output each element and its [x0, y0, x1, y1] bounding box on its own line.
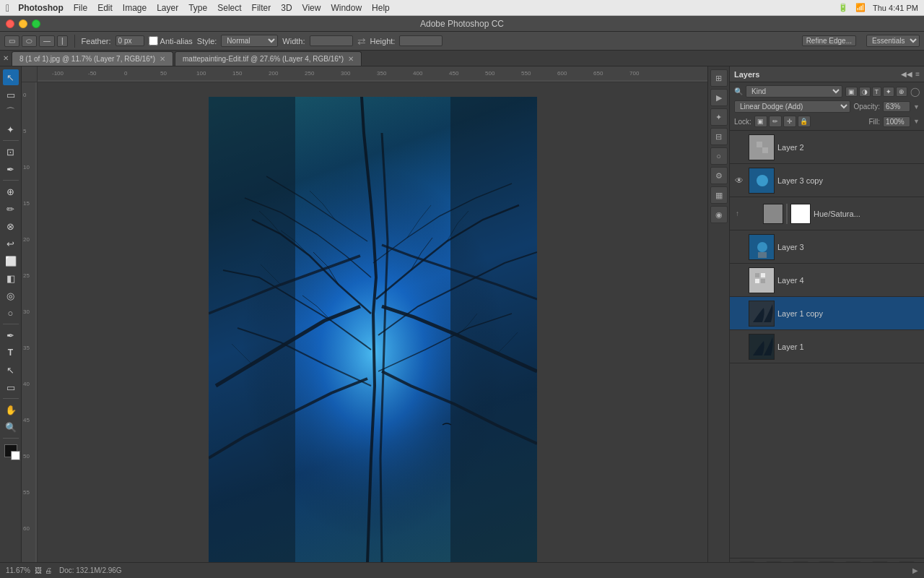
filter-type-btn[interactable]: T [872, 87, 882, 97]
layers-header-icons[interactable]: ◀◀ ≡ [901, 70, 920, 78]
clone-tool[interactable]: ⊗ [3, 218, 19, 234]
ellip-marquee-btn[interactable]: ⬭ [22, 35, 37, 47]
collapse-panel-icon[interactable]: ◀◀ [901, 70, 912, 78]
workspace-select[interactable]: Essentials [866, 35, 920, 47]
canvas-scroll[interactable] [38, 82, 707, 568]
refine-edge-button[interactable]: Refine Edge... [802, 35, 856, 46]
minimize-button[interactable] [19, 20, 27, 28]
right-btn-3[interactable]: ✦ [710, 108, 728, 126]
background-color[interactable] [11, 451, 20, 460]
filter-select[interactable]: Kind [746, 85, 842, 98]
layer-item-1[interactable]: 👁 Layer 1 [730, 330, 924, 363]
menu-window[interactable]: Window [331, 3, 362, 13]
right-btn-8[interactable]: ◉ [710, 206, 728, 223]
layer-item-3[interactable]: 👁 Layer 3 [730, 230, 924, 264]
layer-item-hue[interactable]: ↑ 👁 Hue/Satura... [730, 197, 924, 230]
lock-transparent-btn[interactable]: ▣ [754, 116, 767, 127]
rect-marquee-btn[interactable]: ▭ [4, 35, 19, 47]
fill-arrow[interactable]: ▼ [913, 118, 920, 125]
filter-pixel-btn[interactable]: ▣ [845, 87, 858, 97]
right-btn-7[interactable]: ▦ [710, 186, 728, 204]
close-button[interactable] [6, 20, 14, 28]
type-tool[interactable]: T [3, 345, 19, 361]
layer-item-2[interactable]: 👁 Layer 2 [730, 131, 924, 164]
layer-item-1copy[interactable]: 👁 Layer 1 copy [730, 297, 924, 330]
filter-type-icons[interactable]: ▣ ◑ T ✦ ⊕ [845, 87, 908, 97]
opacity-input[interactable] [883, 101, 910, 112]
layer-item-3copy[interactable]: 👁 Layer 3 copy [730, 164, 924, 197]
layer-3copy-visibility[interactable]: 👁 [733, 174, 746, 187]
right-btn-6[interactable]: ⚙ [710, 167, 728, 184]
marquee-tools[interactable]: ▭ ⬭ — | [4, 35, 68, 47]
menu-help[interactable]: Help [372, 3, 390, 13]
menu-view[interactable]: View [302, 3, 321, 13]
layer-1-visibility[interactable]: 👁 [733, 340, 746, 353]
right-btn-5[interactable]: ○ [710, 147, 728, 165]
layer-item-4[interactable]: 👁 Layer 4 [730, 264, 924, 297]
menu-type[interactable]: Type [188, 3, 207, 13]
window-controls[interactable] [6, 20, 40, 28]
lasso-tool[interactable]: ⌒ [3, 104, 19, 120]
filter-shape-btn[interactable]: ✦ [883, 87, 894, 97]
gradient-tool[interactable]: ◧ [3, 270, 19, 286]
tab-0-close[interactable]: ✕ [160, 55, 165, 63]
panel-menu-icon[interactable]: ≡ [915, 70, 920, 78]
layer-2-visibility[interactable]: 👁 [733, 141, 746, 154]
apple-menu[interactable]:  [6, 2, 9, 14]
blur-tool[interactable]: ◎ [3, 288, 19, 303]
menu-file[interactable]: File [74, 3, 87, 13]
feather-input[interactable] [116, 35, 144, 46]
scroll-indicator[interactable]: ▶ [912, 566, 918, 574]
maximize-button[interactable] [32, 20, 40, 28]
menu-layer[interactable]: Layer [157, 3, 178, 13]
pen-tool[interactable]: ✒ [3, 327, 19, 343]
move-tool[interactable]: ↖ [3, 69, 19, 85]
anti-alias-checkbox[interactable] [149, 36, 158, 46]
eraser-tool[interactable]: ⬜ [3, 253, 19, 269]
filter-smart-btn[interactable]: ⊕ [896, 87, 907, 97]
foreground-color[interactable] [4, 444, 17, 457]
zoom-tool[interactable]: 🔍 [3, 419, 19, 435]
tab-1-close[interactable]: ✕ [348, 55, 354, 63]
menu-select[interactable]: Select [217, 3, 241, 13]
marquee-tool[interactable]: ▭ [3, 87, 19, 103]
single-row-btn[interactable]: — [39, 35, 55, 47]
layer-1copy-visibility[interactable]: 👁 [733, 307, 746, 320]
layer-4-visibility[interactable]: 👁 [733, 274, 746, 287]
menu-filter[interactable]: Filter [252, 3, 271, 13]
fill-input[interactable] [883, 116, 910, 127]
height-input[interactable] [399, 35, 443, 46]
magic-wand-tool[interactable]: ✦ [3, 121, 19, 137]
layer-3-visibility[interactable]: 👁 [733, 241, 746, 254]
blend-mode-select[interactable]: Linear Dodge (Add) [734, 100, 850, 113]
eyedropper-tool[interactable]: ✒ [3, 161, 19, 177]
menu-photoshop[interactable]: Photoshop [18, 3, 64, 13]
refine-area[interactable]: Refine Edge... [802, 35, 856, 46]
lock-move-btn[interactable]: ✛ [783, 116, 796, 127]
right-btn-1[interactable]: ⊞ [710, 69, 728, 87]
menu-edit[interactable]: Edit [97, 3, 113, 13]
tab-0[interactable]: 8 (1 of 1).jpg @ 11.7% (Layer 7, RGB/16*… [12, 51, 173, 66]
history-brush-tool[interactable]: ↩ [3, 236, 19, 251]
right-btn-2[interactable]: ▶ [710, 89, 728, 106]
menu-3d[interactable]: 3D [281, 3, 292, 13]
menu-image[interactable]: Image [123, 3, 147, 13]
single-col-btn[interactable]: | [57, 35, 68, 47]
lock-all-btn[interactable]: 🔒 [798, 116, 811, 127]
swap-icon[interactable]: ⇄ [357, 35, 366, 47]
brush-tool[interactable]: ✏ [3, 201, 19, 217]
filter-adjust-btn[interactable]: ◑ [859, 87, 871, 97]
crop-tool[interactable]: ⊡ [3, 144, 19, 160]
healing-tool[interactable]: ⊕ [3, 184, 19, 199]
shape-tool[interactable]: ▭ [3, 379, 19, 395]
dodge-tool[interactable]: ○ [3, 305, 19, 321]
path-select-tool[interactable]: ↖ [3, 362, 19, 378]
style-select[interactable]: Normal Fixed Ratio Fixed Size [221, 35, 278, 47]
width-input[interactable] [310, 35, 353, 46]
tab-1[interactable]: mattepainting-Edit.tif @ 27.6% (Layer 4,… [175, 51, 362, 66]
right-btn-4[interactable]: ⊟ [710, 128, 728, 145]
panel-toggle[interactable]: ✕ [3, 54, 9, 62]
opacity-arrow[interactable]: ▼ [913, 103, 920, 111]
filter-toggle[interactable]: ◯ [910, 87, 920, 97]
lock-paint-btn[interactable]: ✏ [769, 116, 782, 127]
